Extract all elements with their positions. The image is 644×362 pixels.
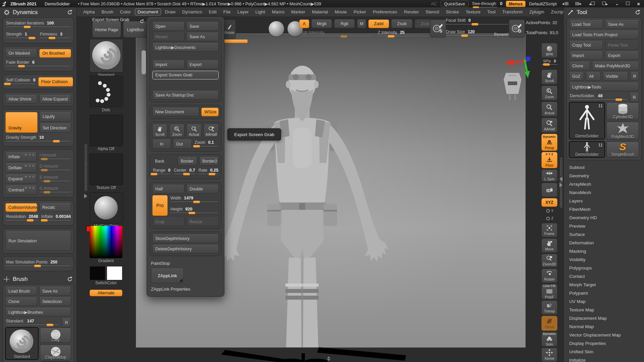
tool-section-masking[interactable]: Masking: [564, 247, 644, 255]
tool-section-morph-target[interactable]: Morph Target: [564, 281, 644, 289]
tool-clone-button[interactable]: Clone: [569, 62, 590, 70]
mode-mrgb-button[interactable]: Mrgb: [311, 19, 332, 28]
docmenu-open-button[interactable]: Open: [152, 22, 184, 31]
tool-section-display-properties[interactable]: Display Properties: [564, 339, 644, 348]
tool-paste-tool-button[interactable]: Paste Tool: [605, 41, 639, 50]
tool-header[interactable]: Tool: [564, 7, 644, 17]
docmenu-export-button[interactable]: Export: [186, 60, 219, 69]
stroke-curve-badge[interactable]: S: [430, 19, 446, 38]
toolbar-rgb-intensity-handle[interactable]: [340, 35, 347, 38]
shelf-transp-button[interactable]: Transp: [541, 300, 557, 315]
transform-rotate-button[interactable]: Rotate: [223, 19, 236, 39]
current-stroke[interactable]: Dots: [90, 76, 122, 112]
menu-item-tool[interactable]: Tool: [484, 8, 498, 15]
shelf-zoom3d-button[interactable]: Zoom3D: [541, 254, 557, 267]
dynamics-fade-border-slider[interactable]: Fade Border 6: [5, 59, 71, 69]
tool-demosoldier-slider[interactable]: DemoSoldier. 48: [569, 93, 628, 102]
shelf-aahalf-button[interactable]: AAHalf: [541, 118, 557, 133]
tool-section-initialize[interactable]: Initialize: [564, 356, 644, 362]
docmenu-lightbox-documents-button[interactable]: Lightbox▶Documents: [152, 43, 219, 52]
xyz-modifiers[interactable]: X Y Z: [25, 175, 35, 178]
current-brush[interactable]: Standard: [90, 39, 122, 77]
menu-item-dynamics[interactable]: Dynamics: [179, 8, 205, 15]
restore-button[interactable]: [624, 1, 632, 6]
tool-section-preview[interactable]: Preview: [564, 222, 644, 230]
tool-section-polypaint[interactable]: Polypaint: [564, 289, 644, 297]
right-divider-arr-r[interactable]: [559, 183, 562, 187]
docmenu-actual-icon-button[interactable]: x1Actual: [186, 124, 202, 138]
xyz-modifiers[interactable]: X Y Z: [25, 186, 35, 189]
dynamics-run-simulation-button[interactable]: Run Simulation: [5, 231, 71, 251]
docmenu-border2-button[interactable]: Border2: [199, 157, 219, 166]
menu-item-picker[interactable]: Picker: [351, 8, 369, 15]
xyz-modifiers[interactable]: X Y Z: [25, 153, 35, 156]
mode-rgb-button[interactable]: Rgb: [334, 19, 355, 28]
paintstop-item[interactable]: PaintStop: [150, 259, 221, 268]
draw-size-badge[interactable]: D: [509, 19, 525, 38]
brush-selecticon-button[interactable]: SelectIcon: [39, 297, 71, 306]
scroll-up-icon[interactable]: [327, 356, 330, 358]
docmenu-border-button[interactable]: Border: [178, 157, 197, 166]
menu-item-render[interactable]: Render: [401, 8, 421, 15]
dynamics-gravity-strength-handle[interactable]: [53, 140, 60, 142]
toolbar-focal-shift-handle[interactable]: [472, 23, 478, 25]
dynamics-contract-button[interactable]: ContractX Y Z: [5, 185, 37, 195]
tool-r-button[interactable]: R: [630, 93, 639, 102]
docmenu-pro-button[interactable]: Pro: [152, 195, 168, 216]
current-texture[interactable]: Texture Off: [90, 154, 122, 190]
menu-item-material[interactable]: Material: [309, 8, 331, 15]
docmenu-in-button[interactable]: In: [152, 139, 171, 149]
menu-item-transform[interactable]: Transform: [499, 8, 525, 15]
dynamics-resolution-slider[interactable]: Resolution 2048: [5, 214, 39, 223]
dynamics-max-simulation-points-slider[interactable]: Max Simulation Points 250: [5, 259, 71, 268]
dynamics-allow-shrink-button[interactable]: Allow Shrink: [5, 95, 37, 104]
tool-section-nanomesh[interactable]: NanoMesh: [564, 188, 644, 197]
docmenu-revert-button[interactable]: Revert: [152, 33, 184, 41]
brush-thumb-standard[interactable]: Standard: [5, 327, 38, 360]
docmenu-new-document-button[interactable]: New Document: [152, 108, 199, 116]
dynamics-self-collision-slider[interactable]: Self Collision 0: [5, 77, 36, 86]
docmenu-zoom-slider[interactable]: Zoom 0.1: [194, 139, 219, 149]
docmenu-deletedepthhistory-button[interactable]: DeleteDepthHistory: [152, 245, 219, 253]
dynamics-deflate-button[interactable]: DeflateX Y Z: [5, 163, 37, 173]
color-picker[interactable]: Gradient: [90, 226, 122, 263]
shelf-polyf-button[interactable]: Line FillPolyF: [541, 284, 557, 299]
tool-make-polymesh3d-button[interactable]: Make PolyMesh3D: [592, 62, 639, 70]
tool-section-layers[interactable]: Layers: [564, 197, 644, 205]
see-through-slider[interactable]: See-through 0: [472, 1, 502, 7]
shelf-scroll-button[interactable]: Scroll: [541, 69, 557, 84]
dynamics-e-amount-slider[interactable]: E Amount: [39, 174, 71, 184]
docmenu-double-button[interactable]: Double: [186, 185, 219, 193]
docmenu-scroll-icon-button[interactable]: Scroll: [152, 124, 167, 138]
tool-visible-button[interactable]: Visible: [603, 72, 628, 81]
refresh-icon[interactable]: [634, 9, 641, 16]
tool-save-as-button[interactable]: Save As: [605, 20, 639, 29]
brush-header[interactable]: Brush: [0, 274, 76, 284]
shelf-xyz-button[interactable]: XYZ: [541, 198, 557, 206]
toolbar-z-intensity-handle[interactable]: [388, 35, 394, 38]
refresh-icon[interactable]: [66, 276, 73, 283]
dynamics-self-collision-handle[interactable]: [4, 83, 11, 85]
dynamics-resolution-handle[interactable]: [27, 219, 34, 222]
tool-thumb-cylinder3d[interactable]: Cylinder3D: [606, 102, 639, 120]
dynamics-e-amount-handle[interactable]: [44, 180, 50, 182]
dynamics-liquify-button[interactable]: Liquify: [40, 112, 71, 122]
dynamics-d-amount-slider[interactable]: D Amount: [39, 163, 71, 173]
dynamics-header[interactable]: Dynamics: [0, 7, 76, 17]
docmenu-save-as-button[interactable]: Save As: [186, 33, 219, 41]
secondary-color-swatch[interactable]: [107, 266, 122, 280]
shelf-xpose-button[interactable]: Xpose: [541, 348, 557, 362]
close-button[interactable]: ×: [635, 1, 642, 7]
menu-item-draw[interactable]: Draw: [162, 8, 178, 15]
docmenu-width-slider[interactable]: Width 1479: [170, 195, 219, 205]
menus-button[interactable]: Menus: [506, 1, 526, 7]
tool-section-normal-map[interactable]: Normal Map: [564, 322, 644, 331]
toolbar-draw-size-handle[interactable]: [461, 35, 468, 37]
docmenu-import-button[interactable]: Import: [152, 60, 184, 69]
mode-zsub-button[interactable]: Zsub: [391, 19, 413, 28]
toolbar-focal-shift-slider[interactable]: Focal Shift 0: [445, 17, 509, 27]
menu-item-preferences[interactable]: Preferences: [370, 8, 400, 15]
tool-section-vector-displacement-map[interactable]: Vector Displacement Map: [564, 331, 644, 339]
material-sphere-icon[interactable]: [268, 21, 284, 37]
current-alpha[interactable]: Alpha Off: [90, 115, 122, 151]
